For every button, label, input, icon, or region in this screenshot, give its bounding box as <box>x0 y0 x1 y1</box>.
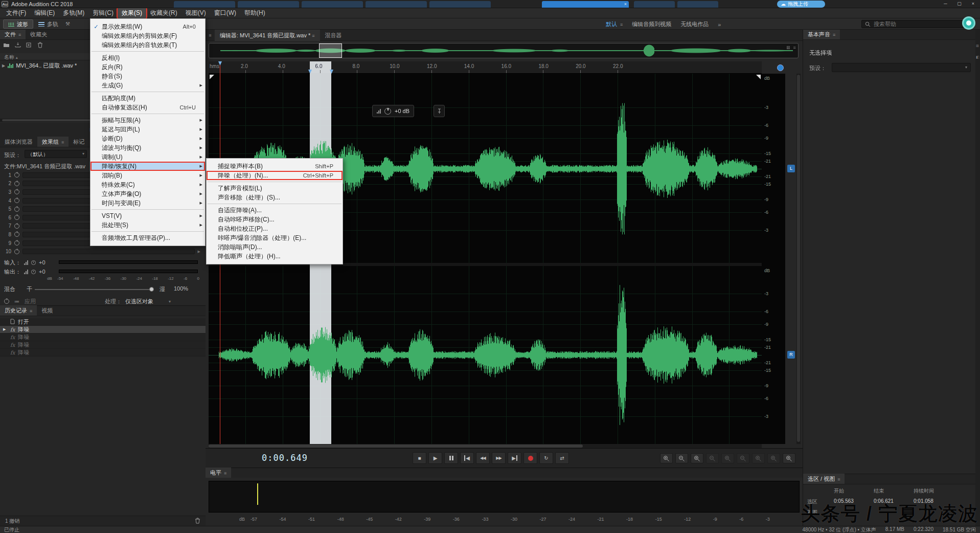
menu-item[interactable]: VST(V)▶ <box>90 211 205 220</box>
tab-history[interactable]: 历史记录≡ <box>0 305 37 316</box>
pause-button[interactable] <box>444 452 458 464</box>
effect-slot-row[interactable]: 10▶ <box>0 247 206 256</box>
power-icon[interactable] <box>14 189 19 194</box>
power-icon[interactable] <box>14 249 19 254</box>
workspace-default[interactable]: 默认 <box>606 20 617 28</box>
menubar-item[interactable]: 窗口(W) <box>210 8 240 18</box>
tab-favorites[interactable]: 收藏夹 <box>26 29 52 39</box>
menu-item[interactable]: 反相(I) <box>90 53 205 62</box>
vertical-scrollbar[interactable] <box>796 74 801 444</box>
menu-item[interactable]: 自适应降噪(A)... <box>207 206 343 215</box>
nav-zoom-icon[interactable]: ⊞ <box>786 45 790 50</box>
next-button[interactable]: ▶ <box>508 452 521 464</box>
maximize-button[interactable]: ▢ <box>952 0 966 8</box>
menu-item[interactable]: 声音移除（处理）(S)... <box>207 193 343 202</box>
power-icon[interactable] <box>14 240 19 246</box>
channel-left-badge[interactable]: L <box>787 165 795 172</box>
waveform-view-button[interactable]: 波形 <box>3 19 33 29</box>
rack-list-icon[interactable]: ≔ <box>14 299 19 304</box>
power-icon[interactable] <box>14 172 19 177</box>
menu-item[interactable]: 音频增效工具管理器(P)... <box>90 233 205 242</box>
menubar-item[interactable]: 编辑(E) <box>30 8 59 18</box>
workspace-radio-production[interactable]: 无线电作品 <box>680 20 709 28</box>
record-button[interactable] <box>523 452 537 464</box>
menu-item[interactable]: 反向(R) <box>90 62 205 72</box>
menu-item[interactable]: 静音(S) <box>90 72 205 81</box>
zoom-out-button[interactable] <box>675 453 688 463</box>
tab-files[interactable]: 文件≡ <box>0 29 26 39</box>
workspace-edit-audio-to-video[interactable]: 编辑音频到视频 <box>632 20 671 28</box>
menubar-item[interactable]: 多轨(M) <box>59 8 88 18</box>
menu-item[interactable]: 振幅与压限(A)▶ <box>90 116 205 125</box>
fast-forward-button[interactable]: ▶▶ <box>492 452 506 464</box>
panel-menu-icon[interactable]: ≡ <box>224 471 226 476</box>
menu-item[interactable]: 批处理(S)▶ <box>90 220 205 230</box>
menubar-item[interactable]: 视图(V) <box>181 8 210 18</box>
menu-item[interactable]: 降噪（处理）(N)...Ctrl+Shift+P <box>207 171 343 180</box>
menu-item[interactable]: 自动修复选区(H)Ctrl+U <box>90 103 205 112</box>
floating-ball-icon[interactable] <box>962 16 975 30</box>
menu-item[interactable]: 匹配响度(M) <box>90 94 205 103</box>
history-trash-icon[interactable] <box>195 518 200 525</box>
name-column-header[interactable]: 名称 ▴ <box>4 54 18 61</box>
volume-hud[interactable]: +0 dB <box>372 105 414 117</box>
play-button[interactable]: ▶ <box>428 452 442 464</box>
power-icon[interactable] <box>14 198 19 203</box>
expand-arrow-icon[interactable]: ▶ <box>2 63 5 68</box>
menubar-item[interactable]: 文件(F) <box>2 8 30 18</box>
history-item[interactable]: fx降噪 <box>0 349 206 357</box>
tab-selection-view[interactable]: 选区 / 视图≡ <box>803 474 845 484</box>
tab-essential-sound[interactable]: 基本声音≡ <box>803 29 840 39</box>
menu-item[interactable]: 捕捉噪声样本(B)Shift+P <box>207 162 343 171</box>
tab-video[interactable]: 视频 <box>37 305 57 316</box>
tab-media-browser[interactable]: 媒体浏览器 <box>0 137 37 147</box>
menu-item[interactable]: 特殊效果(C)▶ <box>90 180 205 189</box>
power-icon[interactable] <box>14 232 19 237</box>
slot-arrow-icon[interactable]: ▶ <box>198 250 200 254</box>
ruler-options-icon[interactable] <box>777 64 784 71</box>
open-folder-icon[interactable] <box>3 42 10 48</box>
menu-item[interactable]: 时间与变调(E)▶ <box>90 198 205 208</box>
channel-right-badge[interactable]: R <box>787 351 795 359</box>
rack-power-icon[interactable] <box>4 299 9 304</box>
menu-item[interactable]: 消除嗡嗡声(D)... <box>207 242 343 252</box>
panel-menu-icon[interactable]: ≡ <box>18 32 21 37</box>
history-item[interactable]: fx降噪 <box>0 341 206 349</box>
stop-button[interactable]: ■ <box>413 452 426 464</box>
timeline-ruler[interactable]: hms2.04.06.08.010.012.014.016.018.020.02… <box>209 61 762 74</box>
hud-pin-button[interactable] <box>434 105 445 117</box>
fade-in-handle[interactable] <box>210 75 214 79</box>
minimize-button[interactable]: ─ <box>939 0 952 8</box>
zoom-in-button[interactable] <box>660 453 673 463</box>
navigator-selection-box[interactable] <box>319 43 342 58</box>
skip-mode-button[interactable]: ⇄ <box>555 452 569 464</box>
dock-icon[interactable]: ⊞ <box>976 44 979 48</box>
tab-mixer[interactable]: 混音器 <box>320 30 347 41</box>
multitrack-view-button[interactable]: 多轨 <box>34 19 63 29</box>
menu-item[interactable]: 生成(G)▶ <box>90 81 205 90</box>
menu-item[interactable]: 咔嗒声/爆音消除器（处理）(E)... <box>207 233 343 242</box>
horizontal-scrollbar[interactable] <box>209 444 762 448</box>
zoom-sel-left-button[interactable] <box>752 453 765 463</box>
help-search-box[interactable] <box>861 20 973 28</box>
workspace-menu-icon[interactable]: ≡ <box>620 22 623 27</box>
menu-item[interactable]: 延迟与回声(L)▶ <box>90 125 205 134</box>
menu-item[interactable]: ✓显示效果组(W)Alt+0 <box>90 22 205 31</box>
dock-icon[interactable]: ◧ <box>976 55 979 59</box>
menu-item[interactable]: 调制(U)▶ <box>90 152 205 162</box>
menu-item[interactable]: 了解声音模型(L) <box>207 184 343 193</box>
zoom-in-h-button[interactable] <box>691 453 703 463</box>
power-icon[interactable] <box>14 207 19 212</box>
rewind-button[interactable]: ◀◀ <box>476 452 490 464</box>
menubar-item[interactable]: 效果(S) <box>118 8 146 18</box>
menu-item[interactable]: 自动相位校正(P)... <box>207 224 343 233</box>
search-input[interactable] <box>874 21 963 27</box>
apply-button[interactable]: 应用 <box>25 298 36 305</box>
menubar-item[interactable]: 剪辑(C) <box>88 8 118 18</box>
zoom-out-h-button[interactable] <box>706 453 719 463</box>
panel-menu-icon[interactable]: ≡ <box>837 477 840 482</box>
upload-button[interactable]: ☁ 拖拽上传 <box>777 1 825 8</box>
panel-menu-icon[interactable]: ≡ <box>206 33 215 38</box>
menu-item[interactable]: 滤波与均衡(Q)▶ <box>90 143 205 152</box>
panel-menu-icon[interactable]: ≡ <box>312 33 314 38</box>
